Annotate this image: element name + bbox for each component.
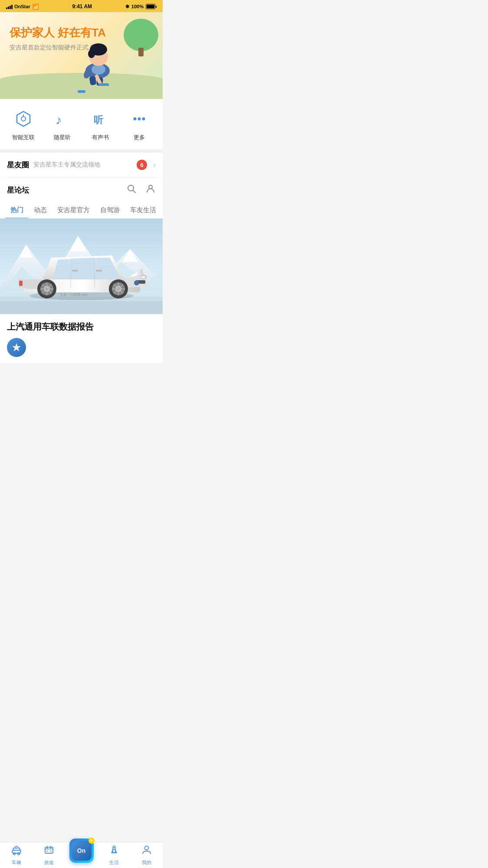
- svg-point-7: [88, 49, 95, 58]
- battery-percent: 100%: [131, 4, 144, 9]
- banner-dot-2: [78, 90, 85, 93]
- action-music[interactable]: ♪ 随星听: [47, 108, 77, 141]
- car-illustration: 全新一代辉腾 80H: [8, 232, 155, 301]
- car-banner: 全新一代辉腾 80H: [0, 219, 163, 314]
- hexagon-icon: [13, 108, 34, 129]
- svg-rect-37: [19, 281, 23, 286]
- forum-icons: [126, 183, 156, 197]
- section-divider-1: [0, 149, 163, 153]
- svg-point-17: [133, 118, 136, 121]
- child-illustration: [67, 29, 132, 86]
- forum-title: 星论坛: [7, 185, 126, 195]
- star-circle-section[interactable]: 星友圈 安吉星车主专属交流领地 6 ›: [0, 153, 163, 177]
- banner-dot-3: [88, 90, 91, 93]
- music-icon: ♪: [52, 108, 72, 129]
- more-icon: [129, 108, 150, 129]
- svg-text:听: 听: [94, 115, 104, 125]
- svg-point-35: [141, 275, 146, 279]
- forum-header: 星论坛: [0, 177, 163, 201]
- report-title: 上汽通用车联数据报告: [7, 321, 156, 333]
- star-circle-subtitle: 安吉星车主专属交流领地: [33, 161, 132, 169]
- status-right: ✱ 100%: [125, 4, 157, 10]
- svg-line-21: [133, 190, 136, 193]
- svg-rect-30: [0, 301, 163, 314]
- quick-actions: 智能互联 ♪ 随星听 听 有声书: [0, 99, 163, 149]
- banner-dot-1: [72, 90, 75, 93]
- wifi-icon: 📶: [32, 3, 39, 10]
- action-more[interactable]: 更多: [124, 108, 154, 141]
- action-label-audio: 有声书: [92, 134, 109, 141]
- svg-point-13: [21, 117, 26, 121]
- action-audiobook[interactable]: 听 有声书: [85, 108, 116, 141]
- chevron-right-icon: ›: [153, 160, 156, 170]
- svg-marker-12: [17, 111, 30, 126]
- signal-icon: [6, 4, 13, 9]
- status-bar: OnStar 📶 9:41 AM ✱ 100%: [0, 0, 163, 12]
- tab-drive[interactable]: 自驾游: [95, 203, 125, 219]
- report-icon[interactable]: [7, 338, 26, 357]
- notification-badge: 6: [137, 160, 147, 170]
- status-left: OnStar 📶: [6, 3, 39, 10]
- star-circle-title: 星友圈: [7, 160, 29, 170]
- svg-point-36: [134, 280, 139, 285]
- hero-banner[interactable]: 保护家人 好在有TA 安吉星首款定位智能硬件正式上线: [0, 12, 163, 99]
- tab-dynamic[interactable]: 动态: [29, 203, 52, 219]
- bluetooth-icon: ✱: [125, 4, 129, 10]
- battery-icon: [146, 4, 157, 9]
- svg-point-18: [138, 118, 141, 121]
- forum-tabs: 热门 动态 安吉星官方 自驾游 车友生活 汽…: [0, 201, 163, 219]
- svg-text:全新一代辉腾 80H: 全新一代辉腾 80H: [60, 293, 88, 297]
- report-section: 上汽通用车联数据报告: [0, 314, 163, 363]
- tab-hot[interactable]: 热门: [5, 203, 29, 219]
- svg-rect-41: [96, 270, 102, 272]
- tab-official[interactable]: 安吉星官方: [52, 203, 95, 219]
- tab-more[interactable]: 汽…: [161, 203, 163, 219]
- tab-life[interactable]: 车友生活: [125, 203, 161, 219]
- time-display: 9:41 AM: [72, 3, 92, 10]
- svg-text:♪: ♪: [56, 113, 62, 127]
- svg-rect-40: [72, 270, 78, 272]
- search-icon[interactable]: [126, 183, 137, 197]
- audio-icon: 听: [90, 108, 111, 129]
- action-label-music: 随星听: [54, 134, 71, 141]
- tree-trunk: [138, 48, 144, 56]
- action-label-smart: 智能互联: [12, 134, 35, 141]
- banner-dots: [72, 90, 91, 93]
- action-smart-connect[interactable]: 智能互联: [8, 108, 39, 141]
- svg-point-22: [149, 185, 152, 189]
- user-icon[interactable]: [145, 183, 156, 197]
- action-label-more: 更多: [134, 134, 145, 141]
- svg-point-19: [142, 118, 145, 121]
- svg-rect-9: [98, 83, 109, 86]
- carrier-label: OnStar: [14, 4, 30, 9]
